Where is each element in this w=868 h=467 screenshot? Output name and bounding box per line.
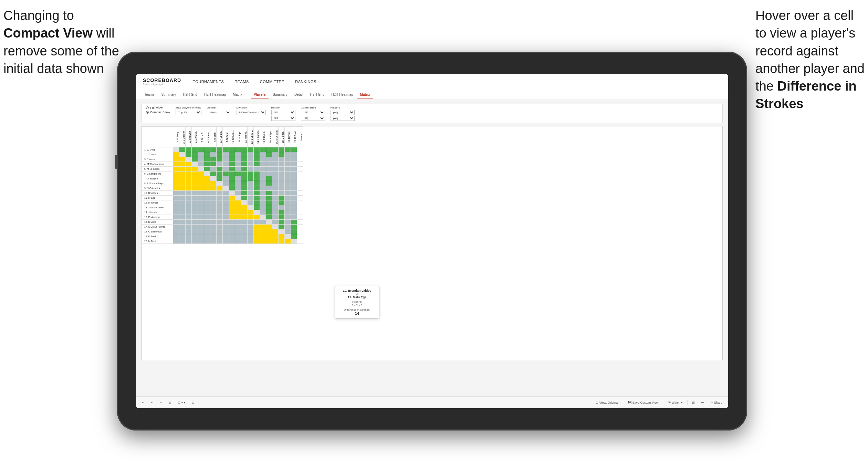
cell-9-7[interactable] [217, 191, 223, 196]
cell-1-17[interactable] [279, 152, 285, 157]
tab-summary-2[interactable]: Summary [270, 91, 290, 98]
cell-11-8[interactable] [223, 200, 229, 205]
cell-17-18[interactable] [285, 229, 291, 234]
cell-7-6[interactable] [210, 181, 217, 186]
cell-6-4[interactable] [198, 176, 204, 181]
cell-0-4[interactable] [198, 147, 204, 152]
cell-13-8[interactable] [223, 210, 229, 215]
cell-0-18[interactable] [285, 147, 291, 152]
cell-0-9[interactable] [229, 147, 235, 152]
cell-6-18[interactable] [285, 176, 291, 181]
cell-16-15[interactable] [266, 225, 272, 229]
cell-11-10[interactable] [235, 200, 241, 205]
tab-h2h-heatmap-1[interactable]: H2H Heatmap [201, 91, 229, 98]
cell-16-11[interactable] [241, 225, 248, 229]
cell-0-20[interactable] [297, 147, 303, 152]
cell-10-19[interactable] [291, 196, 297, 200]
cell-8-11[interactable] [241, 186, 248, 191]
cell-5-0[interactable] [173, 172, 179, 176]
cell-0-3[interactable] [192, 147, 198, 152]
cell-18-20[interactable] [297, 234, 303, 239]
cell-3-16[interactable] [272, 162, 279, 167]
cell-1-18[interactable] [285, 152, 291, 157]
cell-8-6[interactable] [210, 186, 217, 191]
cell-16-12[interactable] [248, 225, 254, 229]
cell-11-0[interactable] [173, 200, 179, 205]
cell-3-7[interactable] [217, 162, 223, 167]
cell-18-12[interactable] [248, 234, 254, 239]
cell-15-6[interactable] [210, 220, 217, 225]
cell-10-12[interactable] [248, 196, 254, 200]
cell-4-20[interactable] [297, 167, 303, 172]
tab-players[interactable]: Players [251, 91, 269, 98]
cell-3-0[interactable] [173, 162, 179, 167]
cell-19-13[interactable] [254, 239, 260, 244]
cell-1-19[interactable] [291, 152, 297, 157]
gender-select[interactable]: Men's [207, 110, 231, 115]
cell-14-11[interactable] [241, 215, 248, 220]
tab-teams[interactable]: Teams [142, 91, 157, 98]
cell-17-15[interactable] [266, 229, 272, 234]
cell-15-13[interactable] [254, 220, 260, 225]
cell-1-10[interactable] [235, 152, 241, 157]
cell-5-5[interactable] [204, 172, 210, 176]
cell-16-17[interactable] [279, 225, 285, 229]
cell-9-16[interactable] [272, 191, 279, 196]
cell-13-20[interactable] [297, 210, 303, 215]
cell-2-7[interactable] [217, 157, 223, 162]
cell-3-8[interactable] [223, 162, 229, 167]
cell-5-20[interactable] [297, 172, 303, 176]
cell-12-1[interactable] [179, 205, 186, 210]
cell-10-11[interactable] [241, 196, 248, 200]
cell-18-18[interactable] [285, 234, 291, 239]
cell-5-12[interactable] [248, 172, 254, 176]
cell-6-10[interactable] [235, 176, 241, 181]
cell-4-3[interactable] [192, 167, 198, 172]
cell-9-1[interactable] [179, 191, 186, 196]
cell-5-10[interactable] [235, 172, 241, 176]
cell-2-5[interactable] [204, 157, 210, 162]
cell-2-13[interactable] [254, 157, 260, 162]
cell-7-8[interactable] [223, 181, 229, 186]
cell-13-11[interactable] [241, 210, 248, 215]
cell-10-17[interactable] [279, 196, 285, 200]
cell-2-12[interactable] [248, 157, 254, 162]
division-select[interactable]: NCAA Division I [237, 110, 266, 115]
players-select-1[interactable]: (All) [331, 110, 355, 115]
cell-5-11[interactable] [241, 172, 248, 176]
cell-9-18[interactable] [285, 191, 291, 196]
cell-17-12[interactable] [248, 229, 254, 234]
cell-0-11[interactable] [241, 147, 248, 152]
cell-17-4[interactable] [198, 229, 204, 234]
cell-18-16[interactable] [272, 234, 279, 239]
cell-18-0[interactable] [173, 234, 179, 239]
cell-6-9[interactable] [229, 176, 235, 181]
cell-4-12[interactable] [248, 167, 254, 172]
cell-17-10[interactable] [235, 229, 241, 234]
cell-3-2[interactable] [186, 162, 192, 167]
cell-15-16[interactable] [272, 220, 279, 225]
cell-18-15[interactable] [266, 234, 272, 239]
cell-18-19[interactable] [291, 234, 297, 239]
cell-12-15[interactable] [266, 205, 272, 210]
cell-10-4[interactable] [198, 196, 204, 200]
cell-12-2[interactable] [186, 205, 192, 210]
cell-5-2[interactable] [186, 172, 192, 176]
cell-4-2[interactable] [186, 167, 192, 172]
cell-5-4[interactable] [198, 172, 204, 176]
cell-13-17[interactable] [279, 210, 285, 215]
cell-3-18[interactable] [285, 162, 291, 167]
cell-10-14[interactable] [260, 196, 266, 200]
cell-4-8[interactable] [223, 167, 229, 172]
cell-7-13[interactable] [254, 181, 260, 186]
cell-14-5[interactable] [204, 215, 210, 220]
cell-4-13[interactable] [254, 167, 260, 172]
cell-19-9[interactable] [229, 239, 235, 244]
cell-17-14[interactable] [260, 229, 266, 234]
cell-13-4[interactable] [198, 210, 204, 215]
cell-4-16[interactable] [272, 167, 279, 172]
cell-15-3[interactable] [192, 220, 198, 225]
cell-19-7[interactable] [217, 239, 223, 244]
cell-12-4[interactable] [198, 205, 204, 210]
cell-11-1[interactable] [179, 200, 186, 205]
